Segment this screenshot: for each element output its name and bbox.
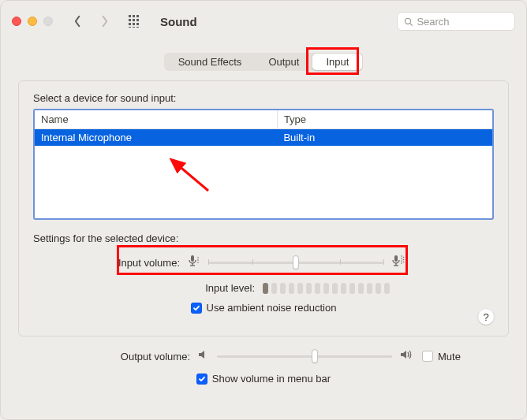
svg-rect-7 bbox=[129, 23, 131, 25]
svg-point-21 bbox=[197, 259, 199, 261]
back-button[interactable] bbox=[67, 12, 88, 31]
svg-rect-8 bbox=[133, 23, 135, 25]
table-row[interactable]: Internal Microphone Built-in bbox=[35, 129, 492, 147]
svg-rect-2 bbox=[136, 15, 139, 17]
svg-rect-10 bbox=[129, 27, 131, 28]
tab-output[interactable]: Output bbox=[255, 54, 312, 70]
speaker-loud-icon bbox=[400, 349, 414, 363]
help-button[interactable]: ? bbox=[478, 309, 494, 325]
input-level-row: Input level: bbox=[33, 282, 494, 294]
svg-point-29 bbox=[401, 262, 402, 264]
svg-point-22 bbox=[197, 262, 199, 263]
close-window-button[interactable] bbox=[12, 17, 21, 26]
search-field[interactable] bbox=[397, 12, 515, 31]
svg-rect-4 bbox=[129, 19, 131, 21]
toolbar: Sound bbox=[1, 1, 526, 42]
ambient-noise-row: Use ambient noise reduction bbox=[33, 302, 494, 314]
window-controls bbox=[12, 17, 53, 26]
svg-point-31 bbox=[403, 259, 405, 261]
tab-sound-effects[interactable]: Sound Effects bbox=[165, 54, 256, 70]
svg-rect-6 bbox=[136, 19, 139, 21]
annotation-red-box-input-tab bbox=[306, 47, 359, 75]
output-volume-thumb[interactable] bbox=[312, 349, 318, 363]
select-device-label: Select a device for sound input: bbox=[33, 92, 494, 104]
input-volume-label: Input volume: bbox=[118, 257, 180, 269]
device-name: Internal Microphone bbox=[35, 129, 277, 147]
zoom-window-button-disabled bbox=[43, 17, 53, 26]
column-name[interactable]: Name bbox=[35, 110, 277, 129]
svg-rect-17 bbox=[191, 255, 194, 262]
svg-point-26 bbox=[401, 255, 402, 257]
mute-label: Mute bbox=[438, 351, 461, 362]
svg-point-32 bbox=[403, 262, 405, 263]
mic-loud-icon bbox=[391, 254, 406, 271]
window-title: Sound bbox=[160, 15, 197, 28]
svg-point-20 bbox=[197, 257, 199, 258]
input-level-meter bbox=[263, 283, 390, 294]
show-all-button[interactable] bbox=[125, 13, 144, 30]
input-level-label: Input level: bbox=[205, 282, 255, 294]
svg-rect-9 bbox=[136, 23, 139, 25]
svg-marker-34 bbox=[401, 351, 406, 359]
bottom-section: Output volume: Mute Show volume in menu … bbox=[1, 336, 526, 385]
ambient-noise-label: Use ambient noise reduction bbox=[207, 302, 337, 314]
show-volume-menubar-checkbox[interactable] bbox=[196, 374, 207, 385]
ambient-noise-checkbox[interactable] bbox=[191, 303, 202, 314]
svg-rect-23 bbox=[394, 255, 398, 262]
input-volume-row: Input volume: bbox=[33, 254, 494, 271]
mute-checkbox[interactable] bbox=[422, 351, 433, 362]
search-input[interactable] bbox=[417, 16, 508, 28]
search-icon bbox=[404, 17, 413, 27]
minimize-window-button[interactable] bbox=[28, 17, 37, 26]
device-table[interactable]: Name Type Internal Microphone Built-in bbox=[33, 109, 494, 220]
svg-rect-5 bbox=[133, 19, 135, 21]
svg-rect-1 bbox=[133, 15, 135, 17]
svg-line-14 bbox=[410, 23, 413, 25]
device-type: Built-in bbox=[277, 129, 492, 147]
tabs: Sound Effects Output Input bbox=[1, 53, 526, 71]
speaker-quiet-icon bbox=[198, 349, 209, 363]
svg-marker-33 bbox=[199, 351, 204, 359]
input-volume-thumb[interactable] bbox=[293, 255, 299, 269]
svg-point-30 bbox=[403, 257, 405, 258]
show-volume-menubar-label: Show volume in menu bar bbox=[212, 373, 331, 385]
input-panel: Select a device for sound input: Name Ty… bbox=[18, 80, 509, 336]
svg-rect-11 bbox=[133, 27, 135, 28]
svg-rect-12 bbox=[136, 27, 139, 28]
svg-point-27 bbox=[401, 258, 402, 259]
input-volume-slider[interactable] bbox=[208, 257, 383, 268]
settings-for-device-label: Settings for the selected device: bbox=[33, 232, 494, 244]
mic-quiet-icon bbox=[188, 254, 200, 271]
svg-rect-0 bbox=[129, 15, 131, 17]
svg-point-13 bbox=[405, 18, 410, 24]
output-volume-label: Output volume: bbox=[32, 351, 190, 362]
output-volume-slider[interactable] bbox=[217, 351, 392, 362]
svg-point-28 bbox=[401, 260, 402, 262]
column-type[interactable]: Type bbox=[277, 110, 492, 129]
forward-button-disabled bbox=[94, 12, 114, 31]
